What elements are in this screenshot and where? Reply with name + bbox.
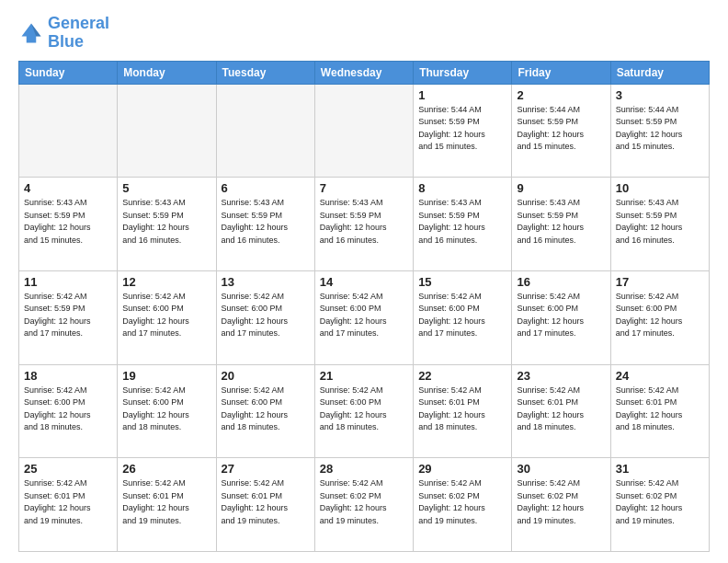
- day-number: 22: [418, 369, 506, 383]
- day-number: 12: [122, 275, 210, 289]
- calendar-cell: 12Sunrise: 5:42 AM Sunset: 6:00 PM Dayli…: [118, 270, 216, 364]
- calendar-cell: 9Sunrise: 5:43 AM Sunset: 5:59 PM Daylig…: [512, 178, 610, 271]
- day-info: Sunrise: 5:42 AM Sunset: 6:00 PM Dayligh…: [24, 385, 112, 434]
- calendar-cell: 19Sunrise: 5:42 AM Sunset: 6:00 PM Dayli…: [118, 364, 216, 458]
- day-info: Sunrise: 5:42 AM Sunset: 6:01 PM Dayligh…: [517, 385, 605, 434]
- day-info: Sunrise: 5:42 AM Sunset: 6:00 PM Dayligh…: [320, 385, 408, 434]
- day-info: Sunrise: 5:42 AM Sunset: 6:01 PM Dayligh…: [24, 477, 112, 527]
- day-number: 9: [517, 181, 605, 195]
- header: General Blue: [18, 15, 710, 52]
- calendar-cell: 23Sunrise: 5:42 AM Sunset: 6:01 PM Dayli…: [512, 364, 610, 458]
- calendar-row-1: 4Sunrise: 5:43 AM Sunset: 5:59 PM Daylig…: [19, 178, 710, 271]
- day-number: 21: [320, 369, 408, 383]
- day-number: 26: [122, 462, 210, 476]
- day-info: Sunrise: 5:43 AM Sunset: 5:59 PM Dayligh…: [222, 197, 310, 247]
- day-number: 13: [222, 275, 310, 289]
- calendar-cell: 16Sunrise: 5:42 AM Sunset: 6:00 PM Dayli…: [512, 270, 610, 364]
- logo-icon: [18, 20, 44, 46]
- day-info: Sunrise: 5:44 AM Sunset: 5:59 PM Dayligh…: [517, 104, 605, 154]
- day-number: 17: [616, 275, 704, 289]
- day-number: 31: [616, 462, 704, 476]
- calendar-cell: 3Sunrise: 5:44 AM Sunset: 5:59 PM Daylig…: [610, 84, 709, 178]
- day-number: 3: [616, 88, 704, 102]
- calendar-cell: 18Sunrise: 5:42 AM Sunset: 6:00 PM Dayli…: [19, 364, 118, 458]
- day-number: 19: [122, 369, 210, 383]
- day-info: Sunrise: 5:43 AM Sunset: 5:59 PM Dayligh…: [122, 197, 210, 247]
- weekday-tuesday: Tuesday: [216, 61, 314, 84]
- day-info: Sunrise: 5:43 AM Sunset: 5:59 PM Dayligh…: [320, 197, 408, 247]
- day-info: Sunrise: 5:42 AM Sunset: 6:00 PM Dayligh…: [222, 385, 310, 434]
- day-info: Sunrise: 5:42 AM Sunset: 6:02 PM Dayligh…: [418, 477, 506, 527]
- calendar-cell: 25Sunrise: 5:42 AM Sunset: 6:01 PM Dayli…: [19, 458, 118, 552]
- day-number: 2: [517, 88, 605, 102]
- day-info: Sunrise: 5:42 AM Sunset: 6:00 PM Dayligh…: [418, 291, 506, 340]
- weekday-monday: Monday: [118, 61, 216, 84]
- calendar-cell: [118, 84, 216, 178]
- day-info: Sunrise: 5:43 AM Sunset: 5:59 PM Dayligh…: [24, 197, 112, 247]
- day-number: 7: [320, 181, 408, 195]
- calendar-cell: 31Sunrise: 5:42 AM Sunset: 6:02 PM Dayli…: [610, 458, 709, 552]
- day-info: Sunrise: 5:42 AM Sunset: 6:02 PM Dayligh…: [517, 477, 605, 527]
- day-number: 11: [24, 275, 112, 289]
- weekday-saturday: Saturday: [610, 61, 709, 84]
- calendar-cell: 8Sunrise: 5:43 AM Sunset: 5:59 PM Daylig…: [414, 178, 512, 271]
- page: General Blue SundayMondayTuesdayWednesda…: [0, 0, 728, 563]
- calendar-row-2: 11Sunrise: 5:42 AM Sunset: 5:59 PM Dayli…: [19, 270, 710, 364]
- day-info: Sunrise: 5:44 AM Sunset: 5:59 PM Dayligh…: [418, 104, 506, 154]
- weekday-friday: Friday: [512, 61, 610, 84]
- calendar-cell: 22Sunrise: 5:42 AM Sunset: 6:01 PM Dayli…: [414, 364, 512, 458]
- logo: General Blue: [18, 15, 109, 52]
- calendar-cell: 24Sunrise: 5:42 AM Sunset: 6:01 PM Dayli…: [610, 364, 709, 458]
- calendar-cell: 27Sunrise: 5:42 AM Sunset: 6:01 PM Dayli…: [216, 458, 314, 552]
- day-number: 25: [24, 462, 112, 476]
- day-info: Sunrise: 5:43 AM Sunset: 5:59 PM Dayligh…: [616, 197, 704, 247]
- calendar-cell: 7Sunrise: 5:43 AM Sunset: 5:59 PM Daylig…: [314, 178, 413, 271]
- day-number: 5: [122, 181, 210, 195]
- calendar-cell: 4Sunrise: 5:43 AM Sunset: 5:59 PM Daylig…: [19, 178, 118, 271]
- day-number: 29: [418, 462, 506, 476]
- day-info: Sunrise: 5:42 AM Sunset: 6:01 PM Dayligh…: [616, 385, 704, 434]
- day-number: 1: [418, 88, 506, 102]
- day-info: Sunrise: 5:42 AM Sunset: 6:01 PM Dayligh…: [222, 477, 310, 527]
- day-info: Sunrise: 5:44 AM Sunset: 5:59 PM Dayligh…: [616, 104, 704, 154]
- calendar-cell: 17Sunrise: 5:42 AM Sunset: 6:00 PM Dayli…: [610, 270, 709, 364]
- day-info: Sunrise: 5:42 AM Sunset: 6:00 PM Dayligh…: [122, 291, 210, 340]
- day-info: Sunrise: 5:43 AM Sunset: 5:59 PM Dayligh…: [517, 197, 605, 247]
- day-number: 20: [222, 369, 310, 383]
- calendar-cell: 29Sunrise: 5:42 AM Sunset: 6:02 PM Dayli…: [414, 458, 512, 552]
- day-info: Sunrise: 5:42 AM Sunset: 6:02 PM Dayligh…: [320, 477, 408, 527]
- calendar-cell: 20Sunrise: 5:42 AM Sunset: 6:00 PM Dayli…: [216, 364, 314, 458]
- calendar-cell: 30Sunrise: 5:42 AM Sunset: 6:02 PM Dayli…: [512, 458, 610, 552]
- calendar-row-0: 1Sunrise: 5:44 AM Sunset: 5:59 PM Daylig…: [19, 84, 710, 178]
- weekday-sunday: Sunday: [19, 61, 118, 84]
- day-info: Sunrise: 5:42 AM Sunset: 6:00 PM Dayligh…: [517, 291, 605, 340]
- day-info: Sunrise: 5:42 AM Sunset: 6:00 PM Dayligh…: [122, 385, 210, 434]
- calendar-cell: 11Sunrise: 5:42 AM Sunset: 5:59 PM Dayli…: [19, 270, 118, 364]
- calendar-cell: 14Sunrise: 5:42 AM Sunset: 6:00 PM Dayli…: [314, 270, 413, 364]
- day-info: Sunrise: 5:42 AM Sunset: 6:02 PM Dayligh…: [616, 477, 704, 527]
- day-number: 15: [418, 275, 506, 289]
- day-info: Sunrise: 5:42 AM Sunset: 5:59 PM Dayligh…: [24, 291, 112, 340]
- day-info: Sunrise: 5:42 AM Sunset: 6:00 PM Dayligh…: [320, 291, 408, 340]
- calendar-cell: 15Sunrise: 5:42 AM Sunset: 6:00 PM Dayli…: [414, 270, 512, 364]
- calendar-table: SundayMondayTuesdayWednesdayThursdayFrid…: [18, 61, 710, 552]
- calendar-cell: 2Sunrise: 5:44 AM Sunset: 5:59 PM Daylig…: [512, 84, 610, 178]
- calendar-cell: 26Sunrise: 5:42 AM Sunset: 6:01 PM Dayli…: [118, 458, 216, 552]
- calendar-row-3: 18Sunrise: 5:42 AM Sunset: 6:00 PM Dayli…: [19, 364, 710, 458]
- day-number: 14: [320, 275, 408, 289]
- weekday-thursday: Thursday: [414, 61, 512, 84]
- day-number: 30: [517, 462, 605, 476]
- calendar-cell: 10Sunrise: 5:43 AM Sunset: 5:59 PM Dayli…: [610, 178, 709, 271]
- day-number: 18: [24, 369, 112, 383]
- logo-text: General Blue: [48, 15, 109, 52]
- day-info: Sunrise: 5:43 AM Sunset: 5:59 PM Dayligh…: [418, 197, 506, 247]
- calendar-cell: [314, 84, 413, 178]
- day-number: 23: [517, 369, 605, 383]
- day-number: 24: [616, 369, 704, 383]
- weekday-header-row: SundayMondayTuesdayWednesdayThursdayFrid…: [19, 61, 710, 84]
- calendar-cell: [216, 84, 314, 178]
- day-info: Sunrise: 5:42 AM Sunset: 6:01 PM Dayligh…: [122, 477, 210, 527]
- day-number: 10: [616, 181, 704, 195]
- calendar-cell: 5Sunrise: 5:43 AM Sunset: 5:59 PM Daylig…: [118, 178, 216, 271]
- calendar-row-4: 25Sunrise: 5:42 AM Sunset: 6:01 PM Dayli…: [19, 458, 710, 552]
